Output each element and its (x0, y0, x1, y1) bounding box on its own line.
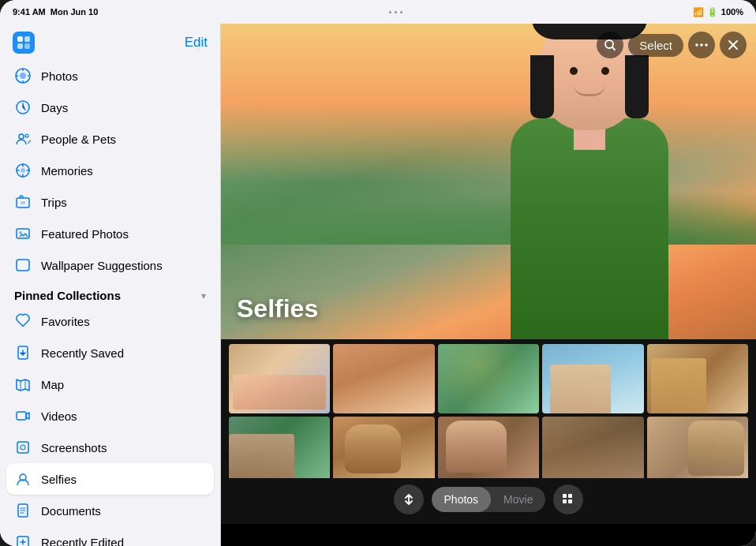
selfies-icon (14, 470, 32, 488)
photos-label: Photos (41, 69, 206, 83)
hero-area[interactable]: Selfies (221, 24, 756, 339)
sidebar-item-selfies[interactable]: Selfies (6, 463, 214, 495)
svg-rect-0 (13, 32, 35, 54)
dot1 (389, 11, 391, 13)
main-content: Select (221, 24, 756, 546)
documents-icon (14, 502, 32, 519)
recently-edited-label: Recently Edited (41, 536, 206, 547)
sidebar-item-videos[interactable]: Videos (6, 400, 214, 432)
recently-edited-icon (14, 533, 32, 546)
dot2 (395, 11, 397, 13)
hero-title: Selfies (237, 294, 318, 323)
days-icon (14, 99, 32, 116)
documents-label: Documents (41, 504, 206, 518)
battery-percent: 100% (721, 7, 743, 17)
top-bar: Select (587, 24, 756, 66)
svg-point-6 (20, 73, 26, 79)
sidebar-item-recently-saved[interactable]: Recently Saved (6, 337, 214, 368)
pinned-collections-header[interactable]: Pinned Collections ▾ (6, 281, 214, 305)
photo-thumb[interactable] (333, 344, 434, 413)
svg-rect-34 (563, 494, 567, 498)
svg-rect-36 (563, 499, 567, 503)
status-bar-right: 📶 🔋 100% (693, 7, 743, 17)
svg-point-15 (21, 168, 25, 173)
photo-thumb[interactable] (647, 417, 748, 486)
photo-grid (221, 339, 756, 494)
photos-view-button[interactable]: Photos (432, 487, 492, 512)
photo-thumb[interactable] (542, 344, 643, 413)
grid-view-button[interactable] (553, 484, 583, 514)
photo-thumb[interactable] (333, 417, 434, 486)
recently-saved-label: Recently Saved (41, 346, 206, 360)
sidebar-item-memories[interactable]: Memories (6, 155, 214, 186)
svg-point-33 (705, 43, 708, 47)
pinned-collections-title: Pinned Collections (14, 289, 121, 302)
wallpaper-label: Wallpaper Suggestions (41, 259, 206, 272)
sidebar-item-map[interactable]: Map (6, 368, 214, 400)
sidebar: Edit Photos Days (0, 24, 221, 546)
person-eyes (570, 67, 609, 75)
photo-row-2 (229, 417, 748, 486)
videos-label: Videos (41, 410, 206, 423)
sidebar-item-trips[interactable]: Trips (6, 186, 214, 218)
favorites-label: Favorites (41, 315, 206, 328)
search-button[interactable] (597, 32, 623, 58)
select-button[interactable]: Select (628, 34, 683, 57)
edit-button[interactable]: Edit (185, 35, 208, 50)
videos-icon (14, 407, 32, 424)
map-label: Map (41, 378, 206, 391)
photo-thumb[interactable] (438, 344, 539, 413)
search-icon (604, 39, 616, 51)
chevron-down-icon: ▾ (201, 290, 206, 301)
sidebar-item-people-pets[interactable]: People & Pets (6, 123, 214, 155)
svg-rect-1 (17, 36, 23, 42)
wifi-icon: 📶 (693, 7, 704, 17)
view-toggle: Photos Movie (432, 487, 546, 512)
sidebar-item-recently-edited[interactable]: Recently Edited (6, 526, 214, 546)
trips-label: Trips (41, 196, 206, 209)
selfies-label: Selfies (41, 473, 206, 486)
svg-point-12 (19, 134, 24, 139)
photos-app-icon (13, 32, 35, 54)
photo-thumb[interactable] (542, 417, 643, 486)
sidebar-item-photos[interactable]: Photos (6, 60, 214, 92)
sidebar-item-documents[interactable]: Documents (6, 495, 214, 526)
svg-rect-3 (17, 43, 23, 49)
svg-rect-23 (17, 442, 28, 453)
featured-icon (14, 225, 32, 242)
photo-thumb[interactable] (229, 344, 330, 413)
movie-view-button[interactable]: Movie (491, 487, 545, 512)
favorites-icon (14, 312, 32, 330)
sidebar-item-wallpaper[interactable]: Wallpaper Suggestions (6, 249, 214, 281)
photo-thumb[interactable] (438, 417, 539, 486)
more-icon (695, 43, 708, 47)
sort-button[interactable] (394, 484, 424, 514)
wallpaper-icon (14, 256, 32, 274)
close-icon (728, 40, 738, 50)
svg-rect-37 (568, 499, 572, 503)
status-bar: 9:41 AM Mon Jun 10 📶 🔋 100% (0, 0, 756, 24)
recently-saved-icon (14, 344, 32, 361)
sidebar-item-featured[interactable]: Featured Photos (6, 218, 214, 249)
svg-rect-2 (24, 36, 30, 42)
svg-point-19 (19, 231, 22, 234)
status-bar-center (389, 11, 402, 13)
screenshots-label: Screenshots (41, 441, 206, 454)
map-icon (14, 376, 32, 393)
sidebar-header: Edit (0, 24, 220, 60)
device-frame: 9:41 AM Mon Jun 10 📶 🔋 100% (0, 0, 756, 546)
memories-label: Memories (41, 164, 206, 178)
svg-rect-17 (21, 201, 25, 204)
dot3 (400, 11, 402, 13)
photo-thumb[interactable] (647, 344, 748, 413)
sort-icon (402, 492, 416, 507)
sidebar-item-days[interactable]: Days (6, 92, 214, 123)
close-button[interactable] (720, 32, 747, 58)
status-time: 9:41 AM (13, 7, 46, 17)
sidebar-item-screenshots[interactable]: Screenshots (6, 432, 214, 463)
more-options-button[interactable] (688, 32, 715, 58)
photo-thumb[interactable] (229, 417, 330, 486)
sidebar-item-favorites[interactable]: Favorites (6, 305, 214, 337)
person-hair-left (530, 55, 554, 118)
people-icon (14, 130, 32, 148)
